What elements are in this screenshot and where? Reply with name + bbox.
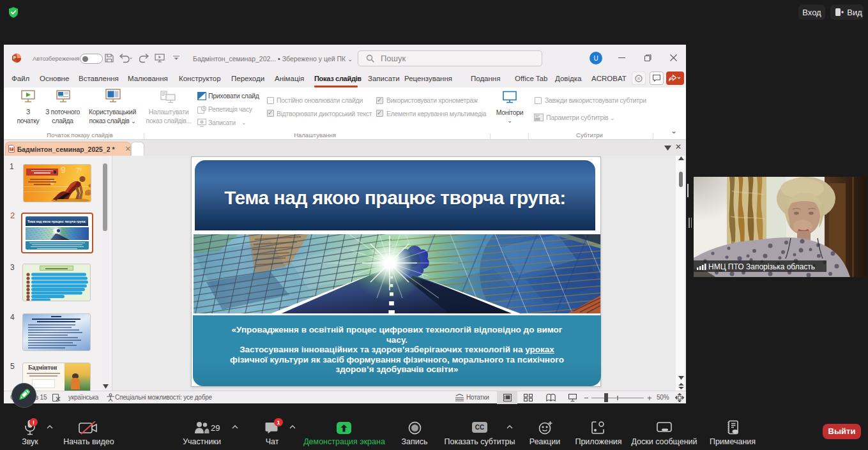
svg-text:НМЦ ПТО Запорізька область: НМЦ ПТО Запорізька область bbox=[708, 262, 815, 271]
svg-text:P: P bbox=[13, 56, 17, 60]
svg-text:P: P bbox=[10, 147, 12, 151]
